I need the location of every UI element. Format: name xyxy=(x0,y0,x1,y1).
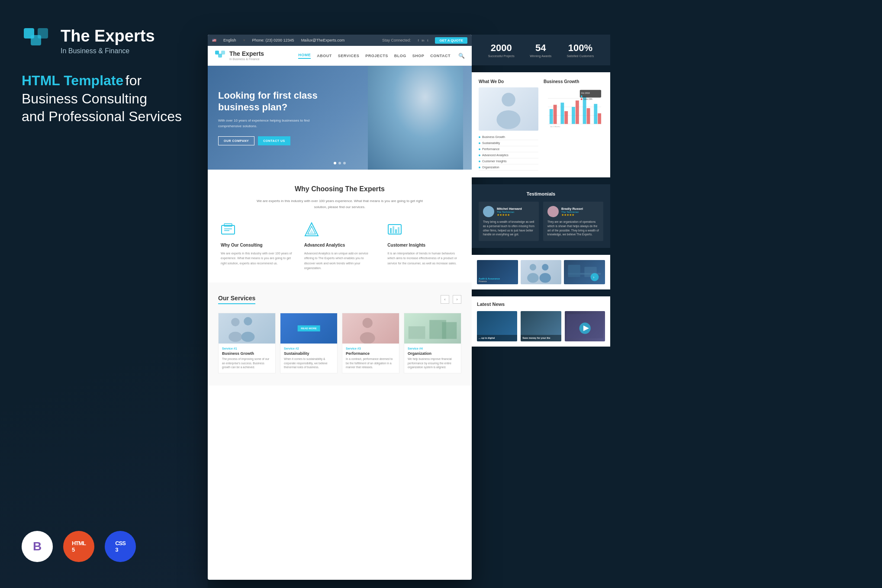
bootstrap-icon: B xyxy=(33,540,42,553)
news-overlay-2: Save money for your the xyxy=(521,335,561,341)
services-grid: Service #1 Business Growth The process o… xyxy=(218,313,461,373)
what-items-list: Business Growth Sustainability Performan… xyxy=(479,134,538,170)
why-title: Why Choosing The Experts xyxy=(218,185,461,193)
testimonial-avatar-1 xyxy=(483,206,494,217)
what-we-do: What We Do Business Growth Sustainabilit… xyxy=(479,79,538,170)
svg-rect-15 xyxy=(390,228,392,233)
svg-text:›: › xyxy=(593,275,595,280)
brand-title: The Experts xyxy=(61,27,155,45)
tagline-highlight: HTML Template xyxy=(22,73,123,88)
business-growth-title: Business Growth xyxy=(544,79,603,84)
portfolio-grid: Audit & Assurance Finance xyxy=(477,260,605,284)
news-item-3 xyxy=(565,311,605,341)
service-num-2: Service #2 xyxy=(284,347,334,350)
tagline-normal3: and Professional Services xyxy=(22,109,182,124)
why-description: We are experts in this industry with ove… xyxy=(253,198,426,210)
nav-logo-sub: In Business & Finance xyxy=(229,58,264,61)
svg-rect-16 xyxy=(393,226,394,233)
nav-logo: The Experts In Business & Finance xyxy=(215,50,264,61)
nav-item-services[interactable]: SERVICES xyxy=(338,54,359,58)
testimonial-2: Bradly Russel The Technician ★★★★★ They … xyxy=(543,202,603,241)
services-next-button[interactable]: › xyxy=(453,295,461,304)
portfolio-item-2 xyxy=(521,260,562,284)
analytics-desc: Advanced Analytics is an unique add-on s… xyxy=(304,251,376,270)
svg-rect-39 xyxy=(576,100,579,124)
hero-dot-2[interactable] xyxy=(338,162,341,164)
news-item-1: ... up to digital xyxy=(477,311,517,341)
svg-text:Oct 2016: Oct 2016 xyxy=(581,93,590,95)
what-item-6: Organization xyxy=(479,164,538,170)
svg-rect-36 xyxy=(560,103,564,124)
hero-buttons: OUR COMPANY CONTACT US xyxy=(218,136,327,145)
services-section: Our Services ‹ › Servic xyxy=(208,283,472,386)
svg-point-48 xyxy=(581,98,583,100)
service-body-2: Service #2 Sustainability When it comes … xyxy=(280,344,337,373)
svg-rect-42 xyxy=(594,104,597,124)
social-icons: f in t xyxy=(418,39,428,42)
service-num-3: Service #3 xyxy=(346,347,396,350)
nav-item-blog[interactable]: BLOG xyxy=(394,54,406,58)
hero-dot-3[interactable] xyxy=(343,162,346,164)
service-image-2: READ MORE xyxy=(280,313,337,344)
consulting-icon xyxy=(221,222,235,237)
navbar: The Experts In Business & Finance HOME A… xyxy=(208,46,472,66)
svg-rect-17 xyxy=(395,229,397,233)
testimonial-name-1: Mitchel Harward xyxy=(497,207,522,211)
portfolio-label-1: Audit & Assurance Finance xyxy=(479,277,500,283)
service-name-2: Sustainability xyxy=(284,351,334,356)
svg-point-58 xyxy=(591,273,599,281)
services-prev-button[interactable]: ‹ xyxy=(441,295,449,304)
stats-bar: 2000 Successful Projects 54 Winning Awar… xyxy=(472,35,610,65)
language-label[interactable]: English xyxy=(223,38,236,42)
svg-rect-27 xyxy=(442,322,457,339)
nav-item-shop[interactable]: SHOP xyxy=(412,54,425,58)
hero-dots xyxy=(334,162,346,164)
svg-point-21 xyxy=(244,317,252,325)
svg-point-51 xyxy=(529,264,536,270)
testimonials-section: Testimonials Mitchel Harward The Technic… xyxy=(472,184,610,248)
topbar: 🇺🇸 English ▾ Phone: (23) 0200 12345 Mail… xyxy=(208,35,472,46)
insights-title: Customer Insights xyxy=(387,243,459,247)
news-text-2: Save money for your the xyxy=(522,337,559,340)
news-section: Latest News ... up to digital Save money… xyxy=(472,296,610,347)
flag-icon: 🇺🇸 xyxy=(212,39,216,42)
nav-items: HOME ABOUT SERVICES PROJECTS BLOG SHOP C… xyxy=(298,53,465,59)
contact-us-button[interactable]: CONTACT US xyxy=(258,136,290,145)
insights-desc: It is an interpretation of trends in hum… xyxy=(387,251,459,266)
what-dot-6 xyxy=(479,167,480,168)
read-more-button[interactable]: READ MORE xyxy=(297,325,320,331)
nav-item-home[interactable]: HOME xyxy=(298,53,311,59)
what-section: What We Do Business Growth Sustainabilit… xyxy=(472,72,610,177)
our-company-button[interactable]: OUR COMPANY xyxy=(218,136,254,145)
hero-dot-1[interactable] xyxy=(334,162,336,164)
nav-item-projects[interactable]: PROJECTS xyxy=(365,54,388,58)
social-label: Stay Connected: xyxy=(382,38,411,42)
testimonial-author-1: Mitchel Harward The Technician ★★★★★ xyxy=(483,206,534,217)
what-dot-2 xyxy=(479,142,480,144)
stat-projects-num: 2000 xyxy=(488,42,515,54)
what-dot-4 xyxy=(479,154,480,156)
email-address: Mailux@TheExperts.com xyxy=(301,38,345,42)
svg-rect-5 xyxy=(221,51,225,55)
portfolio-sub-1: Finance xyxy=(479,280,500,283)
right-panel: 2000 Successful Projects 54 Winning Awar… xyxy=(472,35,610,580)
search-icon[interactable]: 🔍 xyxy=(458,53,465,59)
service-name-4: Organization xyxy=(408,351,457,356)
service-num-4: Service #4 xyxy=(408,347,457,350)
services-navigation: ‹ › xyxy=(441,295,461,304)
what-dot-3 xyxy=(479,148,480,150)
nav-item-contact[interactable]: CONTACT xyxy=(430,54,451,58)
brand-area: The Experts In Business & Finance xyxy=(22,26,186,56)
svg-point-22 xyxy=(241,332,254,342)
service-desc-4: We help business improve financial perfo… xyxy=(408,357,457,370)
testimonials-title: Testimonials xyxy=(479,191,603,196)
svg-rect-34 xyxy=(550,109,553,124)
svg-text:Bus. Growth 12%: Bus. Growth 12% xyxy=(583,95,598,97)
consulting-title: Why Our Consulting xyxy=(221,243,292,247)
news-title: Latest News xyxy=(477,302,605,307)
business-growth-chart: Oct 2016 Bus. Growth 12% Sales 29% Jan 3… xyxy=(544,87,603,131)
get-quote-button[interactable]: GET A QUOTE xyxy=(435,37,467,44)
nav-item-about[interactable]: ABOUT xyxy=(317,54,332,58)
testimonial-1: Mitchel Harward The Technician ★★★★★ The… xyxy=(479,202,539,241)
services-title: Our Services xyxy=(218,295,255,304)
